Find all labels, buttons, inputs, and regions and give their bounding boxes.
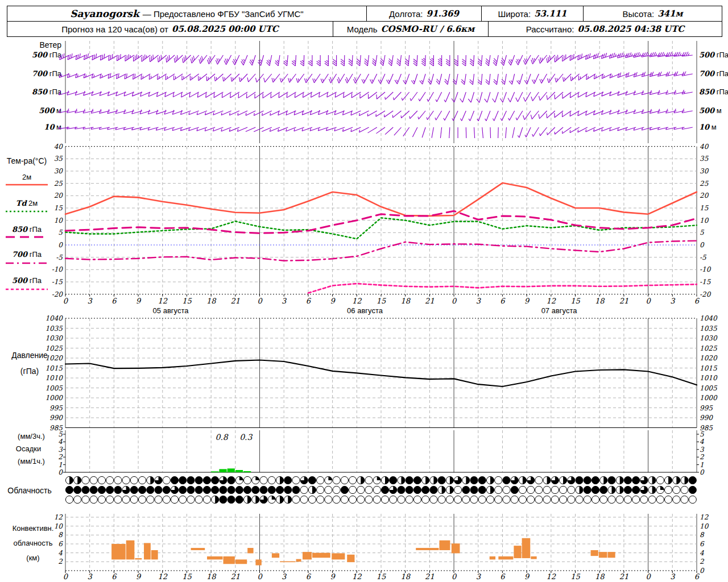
- svg-text:9: 9: [524, 572, 530, 581]
- svg-text:-10: -10: [52, 265, 64, 273]
- svg-text:облачность: облачность: [13, 539, 52, 547]
- svg-text:21: 21: [619, 297, 629, 305]
- svg-text:2: 2: [700, 453, 705, 461]
- svg-text:850 гПа: 850 гПа: [699, 88, 728, 96]
- svg-text:1010: 1010: [45, 374, 63, 382]
- svg-text:500 гПа: 500 гПа: [699, 51, 728, 59]
- svg-text:1: 1: [58, 461, 63, 469]
- svg-text:0: 0: [257, 572, 263, 581]
- svg-text:20: 20: [54, 192, 64, 199]
- svg-text:1035: 1035: [700, 325, 718, 332]
- svg-text:850 гПа: 850 гПа: [32, 88, 62, 96]
- svg-text:07 августа: 07 августа: [541, 306, 578, 315]
- svg-text:Тем-ра(°C): Тем-ра(°C): [7, 156, 47, 165]
- svg-text:1005: 1005: [45, 384, 63, 392]
- temperature-legend: Тем-ра(°C)2мTd 2м850 гПа700 гПа500 гПа: [6, 156, 48, 289]
- svg-text:3: 3: [88, 572, 93, 581]
- svg-text:40: 40: [54, 143, 64, 151]
- svg-text:Облачность: Облачность: [7, 486, 51, 495]
- svg-text:Td 2м: Td 2м: [16, 199, 38, 207]
- svg-text:18: 18: [595, 572, 605, 581]
- svg-text:3: 3: [700, 446, 705, 454]
- svg-text:4: 4: [58, 549, 63, 557]
- svg-text:10: 10: [700, 217, 709, 225]
- svg-text:18: 18: [595, 297, 605, 305]
- svg-text:3: 3: [58, 446, 63, 454]
- svg-text:15: 15: [182, 297, 192, 305]
- svg-text:25: 25: [700, 180, 709, 188]
- svg-text:1020: 1020: [45, 354, 63, 362]
- svg-text:-20: -20: [700, 290, 712, 298]
- svg-text:500 м: 500 м: [699, 106, 722, 115]
- pressure-panel: 9859859909909959951000100010051005101010…: [11, 314, 718, 432]
- svg-text:3: 3: [670, 297, 676, 305]
- svg-text:Осадки: Осадки: [16, 444, 41, 453]
- svg-text:6: 6: [111, 297, 117, 305]
- svg-text:1040: 1040: [45, 314, 63, 322]
- svg-text:3: 3: [476, 297, 482, 305]
- svg-text:35: 35: [54, 155, 64, 163]
- pressure-series: [65, 360, 697, 387]
- svg-text:10: 10: [54, 217, 64, 225]
- svg-text:15: 15: [700, 204, 709, 212]
- svg-text:12: 12: [547, 297, 556, 305]
- svg-text:18: 18: [400, 572, 411, 581]
- svg-text:3: 3: [476, 572, 482, 581]
- svg-text:700 гПа: 700 гПа: [32, 69, 62, 78]
- svg-text:10 м: 10 м: [44, 123, 61, 131]
- svg-text:990: 990: [700, 414, 713, 422]
- svg-text:1025: 1025: [700, 344, 718, 352]
- svg-text:5: 5: [58, 430, 63, 438]
- svg-text:500 гПа: 500 гПа: [12, 276, 42, 285]
- svg-text:6: 6: [306, 297, 312, 305]
- svg-text:1040: 1040: [700, 314, 718, 322]
- svg-text:12: 12: [352, 297, 362, 305]
- svg-text:0: 0: [452, 572, 457, 581]
- svg-text:Конвективн.: Конвективн.: [13, 524, 54, 533]
- svg-text:6: 6: [500, 297, 506, 305]
- svg-text:2: 2: [58, 453, 63, 461]
- svg-text:4: 4: [58, 438, 63, 446]
- svg-text:5: 5: [700, 228, 705, 236]
- svg-text:1030: 1030: [700, 334, 718, 342]
- svg-text:5: 5: [58, 228, 63, 236]
- svg-text:-15: -15: [52, 278, 64, 286]
- svg-text:21: 21: [425, 572, 435, 581]
- svg-text:21: 21: [231, 297, 241, 305]
- svg-text:700 гПа: 700 гПа: [12, 250, 42, 259]
- svg-text:12: 12: [54, 513, 64, 521]
- cloudiness-rows: Облачность: [7, 486, 51, 495]
- meteogram-screen: Sayanogorsk — Предоставлено ФГБУ "ЗапСиб…: [0, 0, 728, 582]
- svg-text:990: 990: [49, 414, 63, 422]
- svg-text:-15: -15: [700, 278, 712, 286]
- svg-text:500 гПа: 500 гПа: [32, 51, 62, 59]
- svg-text:20: 20: [700, 192, 709, 199]
- svg-text:18: 18: [206, 572, 217, 581]
- svg-text:3: 3: [670, 572, 676, 581]
- svg-text:6: 6: [700, 540, 705, 548]
- svg-text:-5: -5: [700, 253, 707, 261]
- svg-text:15: 15: [570, 297, 580, 305]
- svg-text:9: 9: [524, 297, 530, 305]
- svg-text:700 гПа: 700 гПа: [699, 69, 728, 78]
- svg-text:15: 15: [570, 572, 580, 581]
- svg-text:0: 0: [646, 297, 651, 305]
- svg-text:1000: 1000: [700, 394, 718, 402]
- svg-text:6: 6: [500, 572, 506, 581]
- svg-text:30: 30: [700, 167, 709, 175]
- svg-text:850 гПа: 850 гПа: [12, 225, 42, 234]
- svg-text:25: 25: [54, 180, 64, 188]
- svg-text:0: 0: [257, 297, 263, 305]
- svg-text:40: 40: [700, 143, 709, 151]
- meteogram-chart: Ветер500 гПа500 гПа700 гПа700 гПа850 гПа…: [0, 0, 728, 582]
- precip-bars: [211, 468, 251, 472]
- bottom-x-axis: 036912151821036912151821036912151821036: [63, 571, 700, 581]
- svg-text:3: 3: [88, 297, 93, 305]
- svg-text:0: 0: [700, 567, 705, 575]
- precip-panel: 001122334455(мм/3ч.)Осадки(мм/1ч.)0.80.3: [16, 430, 705, 476]
- svg-text:35: 35: [700, 155, 709, 163]
- svg-text:995: 995: [700, 404, 713, 412]
- svg-text:8: 8: [700, 531, 705, 539]
- svg-text:0: 0: [700, 468, 705, 476]
- svg-text:1035: 1035: [45, 325, 63, 332]
